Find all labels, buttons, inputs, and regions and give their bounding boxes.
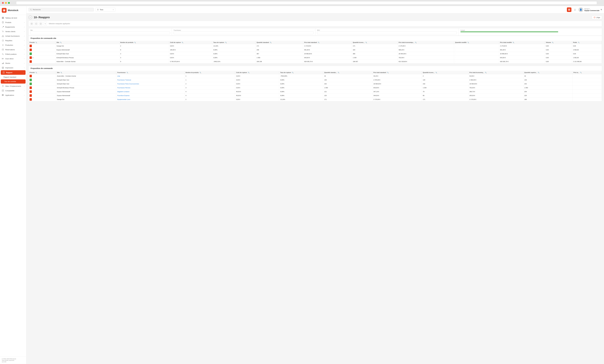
td-site-2: Aubervillier - Centrale d'achat [56, 74, 116, 78]
toolbar-btn-4[interactable] [43, 22, 47, 25]
sidebar-item-sites-emplacements[interactable]: Sites / Emplacements › [0, 84, 26, 88]
toolbar-btn-3[interactable] [39, 22, 42, 25]
location-select[interactable]: Tous [95, 8, 115, 12]
sidebar-item-rapport-standard[interactable]: Rapport standard [0, 75, 26, 79]
svg-rect-6 [2, 18, 3, 19]
mac-close-btn[interactable] [2, 2, 4, 4]
td-cout-rupture-2: 95,00 € [235, 94, 279, 98]
svg-line-48 [31, 10, 32, 10]
sidebar-item-tableau-bord[interactable]: Tableau de bord [0, 16, 26, 20]
user-info: 👤 Bonjour Equipe Commerciale [579, 7, 600, 12]
mac-minimize-btn[interactable] [5, 2, 7, 4]
chevron-right-icon-7: › [24, 49, 25, 50]
th-qte-eco-1: Quantité écono... 🔍 [352, 41, 398, 44]
toolbar-btn-2[interactable] [34, 22, 38, 25]
td-nb-produits: 2 [119, 44, 169, 48]
td-qte-standard: 246 [256, 48, 303, 52]
factory-icon [2, 35, 4, 37]
sidebar-item-label-equipements: Équipements [5, 26, 23, 28]
td-nb-produits-2: 1 [185, 74, 235, 78]
td-qte-sup-2: 180 [523, 98, 572, 101]
section-proposition-commande: Proposition de commande Priorité 🔍 Site … [28, 66, 602, 101]
filter-sku-input[interactable] [317, 31, 457, 34]
td-qte-modif: - [454, 60, 499, 63]
url-bar[interactable] [16, 1, 597, 4]
td-prix-to-2 [572, 78, 602, 82]
td-prix-modif: 2 170,00 € [499, 44, 545, 48]
td-taux-rupture-2: 13,16% [279, 98, 323, 101]
sidebar: Monstock Tableau de bord Produits › [0, 6, 26, 364]
apps-icon [2, 94, 4, 96]
svg-rect-50 [568, 9, 569, 10]
th-prix-total-eco-2: Prix total économiq... 🔍 [468, 71, 523, 74]
td-prix-total-std-2: 344,50 € [372, 94, 422, 98]
search-input[interactable] [33, 9, 92, 11]
mac-maximize-btn[interactable] [8, 2, 10, 4]
svg-point-49 [98, 9, 98, 10]
cart-icon [2, 30, 4, 33]
table-row: Aubervillier - Centrale d'achat 9 5 745 … [29, 60, 602, 63]
td-taux-rupture: 0,00% [212, 52, 256, 56]
td-cout-rupture: 5 745 670,04 € [169, 60, 212, 63]
td-nb-produits: 9 [119, 60, 169, 63]
toolbar-btn-1[interactable] [30, 22, 33, 25]
sidebar-item-ventes-clients[interactable]: Ventes clients › [0, 29, 26, 34]
td-priority-2 [29, 90, 56, 94]
sidebar-item-label-production: Production [5, 44, 23, 46]
sidebar-item-rapport[interactable]: Rapport ⌄ [1, 70, 25, 75]
td-fournisseur-2: Fournisseur Toulouse [116, 78, 185, 82]
table-wrapper-1: Priorité 🔍 Site 🔍 Nombre de produits 🔍 C… [29, 41, 602, 63]
svg-rect-46 [3, 95, 3, 96]
svg-rect-53 [569, 10, 570, 11]
chevron-right-icon-8: › [24, 53, 25, 55]
sidebar-item-scan-direct[interactable]: Scan direct › [0, 56, 26, 61]
svg-rect-52 [568, 10, 569, 11]
td-qte-eco-2: 232 [422, 82, 468, 86]
sidebar-item-impression[interactable]: Impression › [0, 65, 26, 70]
sidebar-item-achats-fournisseurs[interactable]: Achats fournisseurs › [0, 34, 26, 38]
user-name-label: Equipe Commerciale [584, 10, 600, 12]
svg-point-62 [45, 24, 45, 24]
sidebar-item-production[interactable]: Production › [0, 43, 26, 47]
td-prix-to-2 [572, 90, 602, 94]
svg-rect-31 [3, 63, 4, 64]
hamburger-menu-icon[interactable]: ≡ [601, 8, 602, 11]
filter-fournisseur-input[interactable] [174, 31, 313, 34]
td-site: Garage Est [55, 44, 119, 48]
sidebar-item-stocks[interactable]: Stocks › [0, 61, 26, 65]
rights: Tous droits réservés. [2, 360, 25, 361]
sidebar-item-label-stocks: Stocks [5, 62, 23, 64]
svg-point-39 [3, 86, 3, 86]
sidebar-item-requetes[interactable]: ? Requêtes › [0, 38, 26, 43]
filter-site-input[interactable] [30, 31, 170, 34]
chevron-right-icon-5: › [24, 40, 25, 41]
sidebar-item-equipements[interactable]: Équipements › [0, 25, 26, 29]
td-qte-sup-2: 242 [523, 82, 572, 86]
litige-button[interactable]: ! Litige [592, 16, 602, 19]
sidebar-item-prets-locations[interactable]: Prêts/Locations › [0, 52, 26, 56]
svg-rect-44 [3, 94, 3, 95]
table-section2: Priorité 🔍 Site 🔍 Fournisseur 🔍 Nombre d… [29, 71, 602, 101]
filter-site-cell: Site [29, 28, 172, 36]
back-button[interactable]: ← [28, 15, 32, 19]
notification-button[interactable] [573, 7, 577, 12]
th-prix-to-2: Prix to... 🔍 [572, 71, 602, 74]
table-row: Espace Administratif Dagobert Livraison … [29, 90, 602, 94]
td-qte-modif: - [454, 48, 499, 52]
td-nb-produits-2: 3 [185, 86, 235, 90]
user-text: Bonjour Equipe Commerciale [584, 8, 600, 12]
td-qte-modif: - [454, 52, 499, 56]
search-bar[interactable] [28, 8, 94, 12]
sidebar-item-comptabilite[interactable]: Comptabilité › [0, 88, 26, 93]
table-row: Entrepôt Dijon Sud 3 0,00 € 0,00% 367 20… [29, 52, 602, 56]
sidebar-item-applications[interactable]: Applications › [0, 93, 26, 97]
sidebar-item-tour-de-controle[interactable]: Tour de contrôle [1, 79, 25, 84]
td-nb-produits-2: 2 [185, 98, 235, 101]
sidebar-item-produits[interactable]: Produits › [0, 20, 26, 25]
sidebar-item-reservations[interactable]: Réservations › [0, 47, 26, 52]
td-fournisseur-2: onip [116, 74, 185, 78]
table-row: Garage Est 2 0,00 € 13,16% 171 2 170,00 … [29, 44, 602, 48]
grid-view-button[interactable] [567, 7, 571, 12]
td-qte-sup-2: 204 [523, 90, 572, 94]
td-qte-eco: 164 [352, 48, 398, 52]
